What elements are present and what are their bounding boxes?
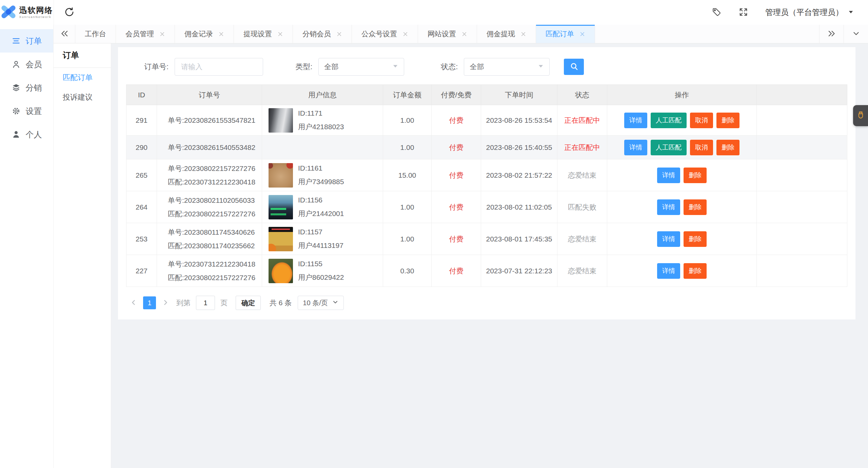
detail-button[interactable]: 详情	[657, 168, 680, 183]
tabs-scroll-right-button[interactable]	[819, 25, 844, 43]
tabs-menu-button[interactable]	[844, 25, 868, 43]
submenu-item-投诉建议[interactable]: 投诉建议	[54, 87, 111, 107]
table-row: 265单号:202308022157227276匹配:2023073122122…	[126, 159, 847, 191]
order-no-text: 单号:202308022157227276	[168, 162, 261, 175]
detail-button[interactable]: 详情	[624, 113, 647, 128]
detail-button[interactable]: 详情	[657, 231, 680, 247]
match-no-text: 匹配:202308011740235662	[168, 239, 261, 253]
goto-page-input[interactable]	[196, 296, 215, 310]
cell-pay-type: 付费	[432, 191, 481, 223]
status-badge: 恋爱结束	[557, 255, 607, 287]
tab-提现设置[interactable]: 提现设置	[234, 25, 293, 43]
refresh-button[interactable]	[64, 7, 75, 18]
user-id-text: ID:1155	[298, 260, 344, 268]
detail-button[interactable]: 详情	[657, 263, 680, 279]
tag-button[interactable]	[712, 7, 722, 18]
table-row: 264单号:202308021102056033匹配:2023080221572…	[126, 191, 847, 223]
table-header: ID订单号用户信息订单金额付费/免费下单时间状态操作	[126, 85, 847, 105]
page-size-select[interactable]: 10 条/页	[298, 296, 343, 310]
status-badge: 正在匹配中	[557, 105, 607, 136]
user-name-text: 用户42188023	[298, 122, 344, 132]
close-icon[interactable]	[336, 31, 342, 37]
close-icon[interactable]	[277, 31, 283, 37]
cancel-button[interactable]: 取消	[690, 140, 713, 155]
user-id-text: ID:1171	[298, 109, 344, 117]
status-select[interactable]: 全部	[464, 58, 550, 76]
tab-label: 佣金提现	[487, 29, 515, 39]
close-icon[interactable]	[579, 31, 585, 37]
close-icon[interactable]	[461, 31, 467, 37]
tab-label: 会员管理	[125, 29, 154, 39]
cell-actions: 详情删除	[607, 255, 757, 287]
type-label: 类型:	[295, 62, 312, 72]
type-select[interactable]: 全部	[318, 58, 404, 76]
cell-empty	[757, 105, 847, 136]
member-icon	[12, 60, 21, 69]
sidebar-item-订单[interactable]: 订单	[0, 29, 53, 53]
sidebar-item-会员[interactable]: 会员	[0, 53, 53, 76]
close-icon[interactable]	[402, 31, 408, 37]
order-no-input[interactable]	[175, 58, 263, 76]
user-avatar	[269, 195, 293, 219]
refresh-icon	[64, 7, 75, 18]
tab-匹配订单[interactable]: 匹配订单	[536, 25, 595, 43]
user-id-text: ID:1161	[298, 164, 344, 172]
tabs-scroll-left-button[interactable]	[54, 25, 75, 43]
floating-widget[interactable]	[853, 105, 868, 126]
page-1-button[interactable]: 1	[143, 296, 156, 309]
caret-down-icon	[848, 8, 854, 17]
tab-网站设置[interactable]: 网站设置	[418, 25, 477, 43]
tab-label: 匹配订单	[546, 29, 574, 39]
close-icon[interactable]	[218, 31, 224, 37]
detail-button[interactable]: 详情	[657, 199, 680, 215]
select-caret-icon	[538, 63, 544, 71]
search-button[interactable]	[564, 59, 584, 75]
cell-pay-type: 付费	[432, 136, 481, 159]
cell-order-no: 单号:202308022157227276匹配:2023073122122304…	[157, 159, 262, 191]
close-icon[interactable]	[520, 31, 526, 37]
cell-actions: 详情人工匹配取消删除	[607, 105, 757, 136]
manual-match-button[interactable]: 人工匹配	[651, 140, 687, 155]
cell-order-no: 单号:202308011745340626匹配:2023080117402356…	[157, 223, 262, 255]
match-no-text: 匹配:202308022157227276	[168, 271, 261, 285]
submenu-item-匹配订单[interactable]: 匹配订单	[54, 68, 111, 87]
tag-icon	[712, 7, 722, 18]
cell-id: 253	[126, 223, 157, 255]
cell-amount: 0.30	[383, 255, 432, 287]
cell-id: 264	[126, 191, 157, 223]
cell-order-no: 单号:202308261540553482	[157, 136, 262, 159]
tab-公众号设置[interactable]: 公众号设置	[352, 25, 418, 43]
tab-分销会员[interactable]: 分销会员	[293, 25, 352, 43]
table-row: 290单号:2023082615405534821.00付费2023-08-26…	[126, 136, 847, 159]
manual-match-button[interactable]: 人工匹配	[651, 113, 687, 128]
cell-id: 291	[126, 105, 157, 136]
delete-button[interactable]: 删除	[684, 199, 707, 215]
cell-order-time: 2023-08-26 15:40:55	[481, 136, 557, 159]
detail-button[interactable]: 详情	[624, 140, 647, 155]
tab-佣金记录[interactable]: 佣金记录	[175, 25, 234, 43]
fullscreen-button[interactable]	[738, 7, 748, 18]
content-card: 订单号: 类型: 全部 状态: 全部 ID订单号用户信息订单金额付费/免费下单时…	[118, 47, 855, 319]
logo-title: 迅软网络	[19, 6, 53, 14]
tab-工作台[interactable]: 工作台	[75, 25, 116, 43]
sidebar-item-分销[interactable]: 分销	[0, 76, 53, 99]
confirm-page-button[interactable]: 确定	[236, 296, 261, 310]
admin-menu[interactable]: 管理员（平台管理员）	[765, 7, 854, 18]
column-header: 订单金额	[383, 85, 432, 105]
tab-佣金提现[interactable]: 佣金提现	[477, 25, 536, 43]
cancel-button[interactable]: 取消	[690, 113, 713, 128]
prev-page-button[interactable]	[126, 298, 141, 308]
topbar: 迅软网络 XunruanNetwork 管理员（平台管理员）	[0, 0, 868, 25]
close-icon[interactable]	[159, 31, 165, 37]
sidebar-item-个人[interactable]: 个人	[0, 123, 53, 146]
delete-button[interactable]: 删除	[716, 140, 739, 155]
next-page-button[interactable]	[158, 298, 173, 308]
delete-button[interactable]: 删除	[716, 113, 739, 128]
delete-button[interactable]: 删除	[684, 231, 707, 247]
delete-button[interactable]: 删除	[684, 168, 707, 183]
delete-button[interactable]: 删除	[684, 263, 707, 279]
sidebar-item-设置[interactable]: 设置	[0, 99, 53, 123]
cell-actions: 详情删除	[607, 223, 757, 255]
search-icon	[569, 62, 579, 72]
tab-会员管理[interactable]: 会员管理	[116, 25, 175, 43]
